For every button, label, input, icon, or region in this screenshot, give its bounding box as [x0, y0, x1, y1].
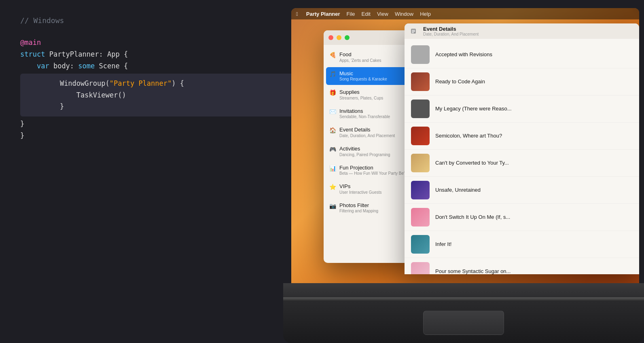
vips-icon: ⭐	[329, 184, 336, 190]
sidebar-item-vips[interactable]: ⭐ VIPs User Interactive Guests	[324, 180, 413, 198]
menu-help[interactable]: Help	[420, 11, 431, 17]
sidebar-item-music[interactable]: 🎵 Music Song Requests & Karaoke	[326, 67, 410, 85]
song-item-4[interactable]: Semicolon, Where art Thou?	[405, 123, 639, 150]
song-thumb-2	[411, 72, 430, 91]
keyword-struct: struct	[20, 50, 45, 58]
code-line-main: @main	[20, 37, 299, 49]
song-item-8[interactable]: Infer It!	[405, 231, 639, 258]
sidebar-window: 🍕 Food Apps, 'Zerts and Cakes 🎵 Music So…	[324, 30, 413, 263]
sidebar-event-text: Event Details Date, Duration, And Placem…	[339, 127, 395, 138]
sidebar-photos-title: Photos Filter	[339, 202, 378, 209]
sidebar-music-text: Music Song Requests & Karaoke	[339, 70, 387, 82]
song-item-1[interactable]: Accepted with Revisions	[405, 41, 639, 68]
sidebar-item-food[interactable]: 🍕 Food Apps, 'Zerts and Cakes	[324, 48, 413, 66]
sidebar-food-subtitle: Apps, 'Zerts and Cakes	[339, 58, 381, 63]
song-item-3[interactable]: My Legacy (There were Reaso...	[405, 95, 639, 123]
song-info-2: Ready to Code Again	[435, 78, 485, 85]
song-thumb-6	[411, 181, 430, 199]
music-icon: 🎵	[329, 71, 336, 77]
sidebar-supplies-title: Supplies	[339, 89, 383, 95]
sidebar-vips-subtitle: User Interactive Guests	[339, 190, 381, 195]
laptop-bottom	[283, 283, 644, 343]
sidebar-item-invitations[interactable]: ✉️ Invitations Sendable, Non-Transferabl…	[324, 105, 413, 123]
song-item-6[interactable]: Unsafe, Unretained	[405, 177, 639, 204]
fn-window-group: WindowGroup	[60, 79, 106, 87]
song-title-3: My Legacy (There were Reaso...	[435, 106, 512, 112]
mac-screen:  Party Planner File Edit View Window He…	[291, 8, 639, 291]
song-title-4: Semicolon, Where art Thou?	[435, 133, 502, 140]
song-title-5: Can't by Converted to Your Ty...	[435, 160, 509, 167]
song-thumb-7	[411, 208, 430, 227]
sidebar-event-title: Event Details	[339, 127, 395, 133]
event-details-window: Event Details Date, Duration, And Placem…	[405, 23, 639, 274]
task-viewer-line: TaskViewer()	[27, 89, 293, 101]
menu-file[interactable]: File	[347, 11, 355, 17]
sidebar-invitations-subtitle: Sendable, Non-Transferable	[339, 114, 390, 119]
svg-rect-2	[412, 31, 415, 32]
window-group-line: WindowGroup("Party Planner") {	[27, 78, 293, 89]
sidebar-event-subtitle: Date, Duration, And Placement	[339, 133, 395, 138]
song-title-8: Infer It!	[435, 241, 451, 248]
sidebar-item-supplies[interactable]: 🎁 Supplies Streamers, Plates, Cups	[324, 86, 413, 104]
song-list: Accepted with Revisions Ready to Code Ag…	[405, 39, 639, 274]
event-details-icon: 🏠	[329, 127, 336, 133]
song-title-7: Don't Switch It Up On Me (If, s...	[435, 214, 510, 221]
song-item-5[interactable]: Can't by Converted to Your Ty...	[405, 150, 639, 177]
sidebar-food-title: Food	[339, 51, 381, 58]
sidebar-nav: 🍕 Food Apps, 'Zerts and Cakes 🎵 Music So…	[324, 45, 413, 220]
laptop-trackpad	[423, 311, 504, 335]
sidebar-item-activities[interactable]: 🎮 Activities Dancing, Paired Programing	[324, 142, 413, 161]
song-thumb-4	[411, 127, 430, 145]
song-info-9: Pour some Syntactic Sugar on...	[435, 268, 511, 274]
sidebar-photos-subtitle: Filtering and Mapping	[339, 208, 378, 214]
sidebar-fun-title: Fun Projection	[339, 165, 406, 171]
photos-icon: 📷	[329, 203, 336, 209]
sidebar-photos-text: Photos Filter Filtering and Mapping	[339, 202, 378, 214]
sidebar-invitations-title: Invitations	[339, 108, 390, 114]
struct-brace: {	[124, 50, 128, 58]
song-info-6: Unsafe, Unretained	[435, 187, 481, 194]
menu-edit[interactable]: Edit	[362, 11, 371, 17]
apple-logo-icon: 	[296, 11, 298, 17]
sidebar-music-title: Music	[339, 70, 387, 77]
sidebar-item-photos[interactable]: 📷 Photos Filter Filtering and Mapping	[324, 199, 413, 217]
code-line-var: var body: some Scene {	[20, 60, 299, 72]
sidebar-food-text: Food Apps, 'Zerts and Cakes	[339, 51, 381, 63]
song-info-3: My Legacy (There were Reaso...	[435, 106, 512, 112]
code-close-2: }	[20, 130, 299, 142]
song-item-2[interactable]: Ready to Code Again	[405, 68, 639, 95]
menu-view[interactable]: View	[377, 11, 388, 17]
string-party-planner: "Party Planner"	[110, 79, 172, 87]
song-thumb-9	[411, 262, 430, 274]
menu-window[interactable]: Window	[395, 11, 413, 17]
song-thumb-8	[411, 235, 430, 254]
close-brace-inner: }	[27, 101, 293, 112]
laptop:  Party Planner File Edit View Window He…	[283, 0, 644, 343]
event-details-subtitle: Date, Duration, And Placement	[423, 32, 479, 36]
fun-projection-icon: 📊	[329, 165, 336, 172]
sidebar-item-fun-projection[interactable]: 📊 Fun Projection Beta — How Fun Will You…	[324, 161, 413, 180]
traffic-light-maximize[interactable]	[345, 35, 350, 40]
song-info-8: Infer It!	[435, 241, 451, 248]
song-item-7[interactable]: Don't Switch It Up On Me (If, s...	[405, 204, 639, 231]
song-info-5: Can't by Converted to Your Ty...	[435, 160, 509, 167]
traffic-light-minimize[interactable]	[337, 35, 341, 40]
sidebar-fun-text: Fun Projection Beta — How Fun Will Your …	[339, 165, 406, 176]
code-line-struct: struct PartyPlanner: App {	[20, 49, 299, 60]
song-info-1: Accepted with Revisions	[435, 51, 492, 58]
event-details-titlebar: Event Details Date, Duration, And Placem…	[405, 23, 639, 39]
traffic-light-close[interactable]	[328, 35, 333, 40]
sidebar-activities-text: Activities Dancing, Paired Programing	[339, 146, 390, 157]
sidebar-fun-subtitle: Beta — How Fun Will Your Party Be?	[339, 171, 406, 176]
song-thumb-3	[411, 100, 430, 118]
struct-name: PartyPlanner: App	[45, 50, 123, 58]
sidebar-invitations-text: Invitations Sendable, Non-Transferable	[339, 108, 390, 120]
code-comment: // Windows	[20, 16, 299, 25]
svg-rect-3	[412, 32, 414, 33]
sidebar-item-event-details[interactable]: 🏠 Event Details Date, Duration, And Plac…	[324, 123, 413, 142]
code-block: @main struct PartyPlanner: App { var bod…	[20, 37, 299, 142]
event-details-icon-svg	[410, 28, 417, 34]
song-item-9[interactable]: Pour some Syntactic Sugar on...	[405, 258, 639, 274]
sidebar-vips-title: VIPs	[339, 183, 381, 190]
song-thumb-1	[411, 45, 430, 64]
